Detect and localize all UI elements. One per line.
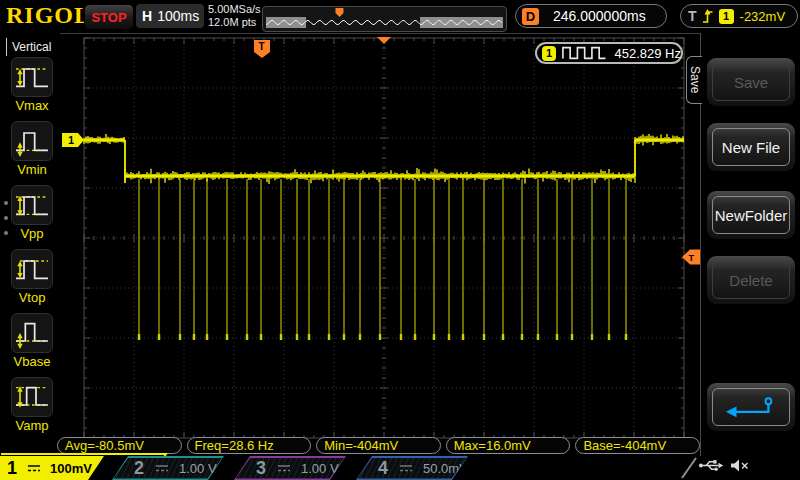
dc-coupling-icon bbox=[398, 463, 414, 473]
new-file-button[interactable]: New File bbox=[707, 123, 795, 171]
channel2-scale: 1.00 V bbox=[179, 461, 217, 476]
measurement-avg: Avg=-80.5mV bbox=[57, 437, 182, 454]
channel1-scale: 100mV bbox=[50, 461, 92, 476]
timebase-value: 100ms bbox=[157, 8, 199, 24]
channel3-scale: 1.00 V bbox=[301, 461, 339, 476]
measure-item-label: Vmax bbox=[10, 98, 54, 113]
rising-edge-icon bbox=[701, 8, 714, 24]
page-dot bbox=[4, 231, 8, 235]
status-icons bbox=[698, 458, 750, 473]
measure-item-vpp[interactable]: Vpp bbox=[10, 185, 54, 241]
run-state-indicator: STOP bbox=[84, 4, 134, 30]
new-file-button-label: New File bbox=[712, 128, 790, 166]
sample-rate: 5.00MSa/s bbox=[208, 3, 261, 16]
channel4-scale: 50.0mV bbox=[423, 461, 468, 476]
delete-button-label: Delete bbox=[712, 261, 790, 299]
page-dot bbox=[4, 201, 8, 205]
measure-item-label: Vmin bbox=[10, 162, 54, 177]
delay-label-badge: D bbox=[522, 8, 539, 25]
svg-text:1: 1 bbox=[68, 134, 74, 146]
return-arrow-icon bbox=[722, 395, 780, 419]
page-dot bbox=[4, 216, 8, 220]
acquisition-info: 5.00MSa/s 12.0M pts bbox=[208, 3, 261, 29]
dc-coupling-icon bbox=[154, 463, 170, 473]
trigger-source-badge: 1 bbox=[719, 9, 734, 24]
measure-item-vbase[interactable]: Vbase bbox=[10, 313, 54, 369]
counter-value: 452.829 Hz bbox=[615, 46, 682, 61]
svg-text:T: T bbox=[259, 41, 265, 52]
measure-item-label: Vpp bbox=[10, 226, 54, 241]
channel2-badge[interactable]: 2 1.00 V bbox=[112, 456, 224, 480]
measure-item-vamp[interactable]: Vamp bbox=[10, 377, 54, 433]
speaker-muted-icon bbox=[730, 458, 750, 473]
measure-item-label: Vtop bbox=[10, 290, 54, 305]
square-wave-icon bbox=[562, 45, 607, 61]
dc-coupling-icon bbox=[26, 463, 42, 473]
vmin-icon bbox=[11, 121, 53, 161]
measure-item-label: Vbase bbox=[10, 354, 54, 369]
left-menu-title: Vertical bbox=[6, 38, 51, 56]
separator-slash bbox=[680, 457, 698, 479]
left-menu: Vertical Vmax Vmin bbox=[0, 33, 60, 456]
channel4-badge[interactable]: 4 50.0mV bbox=[356, 456, 468, 480]
measurement-max: Max=16.0mV bbox=[446, 437, 571, 454]
oscilloscope-screen: RIGOL STOP H 100ms 5.00MSa/s 12.0M pts D… bbox=[0, 0, 800, 480]
vamp-icon bbox=[11, 377, 53, 417]
frequency-counter: 1 452.829 Hz bbox=[535, 42, 683, 64]
save-button[interactable]: Save bbox=[707, 58, 795, 106]
channel1-number: 1 bbox=[7, 458, 17, 479]
measure-item-label: Vamp bbox=[10, 418, 54, 433]
measurement-min: Min=-404mV bbox=[316, 437, 441, 454]
waveform-display: 1TT bbox=[60, 33, 700, 456]
right-menu: Save Save New File NewFolder Delete bbox=[700, 33, 800, 480]
usb-icon bbox=[698, 458, 724, 473]
waveform-overview-thumbnail[interactable] bbox=[262, 6, 507, 32]
center-position-indicator bbox=[377, 37, 391, 44]
channel2-number: 2 bbox=[134, 458, 144, 479]
page-indicator-dots bbox=[4, 201, 8, 235]
channel-status-bar: 1 100mV 2 1.00 V 3 1.00 V bbox=[0, 456, 800, 480]
vpp-icon bbox=[11, 185, 53, 225]
measurement-base: Base=-404mV bbox=[575, 437, 700, 454]
vbase-icon bbox=[11, 313, 53, 353]
new-folder-button[interactable]: NewFolder bbox=[707, 191, 795, 239]
delete-button[interactable]: Delete bbox=[707, 256, 795, 304]
vmax-icon bbox=[11, 57, 53, 97]
trigger-delay-box[interactable]: D 246.000000ms bbox=[515, 4, 667, 28]
return-button[interactable] bbox=[707, 383, 795, 431]
channel1-badge[interactable]: 1 100mV bbox=[0, 456, 104, 480]
channel3-number: 3 bbox=[256, 458, 266, 479]
memory-depth: 12.0M pts bbox=[208, 16, 261, 29]
horizontal-label: H bbox=[142, 8, 152, 24]
channel3-badge[interactable]: 3 1.00 V bbox=[234, 456, 346, 480]
top-bar: RIGOL STOP H 100ms 5.00MSa/s 12.0M pts D… bbox=[0, 0, 800, 34]
measure-item-vmin[interactable]: Vmin bbox=[10, 121, 54, 177]
trigger-label: T bbox=[688, 8, 697, 24]
overview-wave-canvas bbox=[263, 7, 504, 29]
new-folder-button-label: NewFolder bbox=[712, 196, 790, 234]
vtop-icon bbox=[11, 249, 53, 289]
counter-source-badge: 1 bbox=[542, 46, 556, 61]
trigger-info-box[interactable]: T 1 -232mV bbox=[680, 4, 798, 28]
delay-value: 246.000000ms bbox=[553, 8, 646, 24]
svg-text:T: T bbox=[689, 253, 695, 263]
measurement-freq: Freq=28.6 Hz bbox=[187, 437, 312, 454]
rigol-logo: RIGOL bbox=[6, 2, 91, 29]
measurement-bar: Avg=-80.5mV Freq=28.6 Hz Min=-404mV Max=… bbox=[57, 437, 700, 455]
horizontal-timebase-box[interactable]: H 100ms bbox=[136, 4, 204, 28]
channel4-number: 4 bbox=[378, 458, 388, 479]
trigger-level-value: -232mV bbox=[740, 9, 786, 24]
measure-item-vmax[interactable]: Vmax bbox=[10, 57, 54, 113]
dc-coupling-icon bbox=[276, 463, 292, 473]
save-button-label: Save bbox=[712, 63, 790, 101]
measure-item-vtop[interactable]: Vtop bbox=[10, 249, 54, 305]
